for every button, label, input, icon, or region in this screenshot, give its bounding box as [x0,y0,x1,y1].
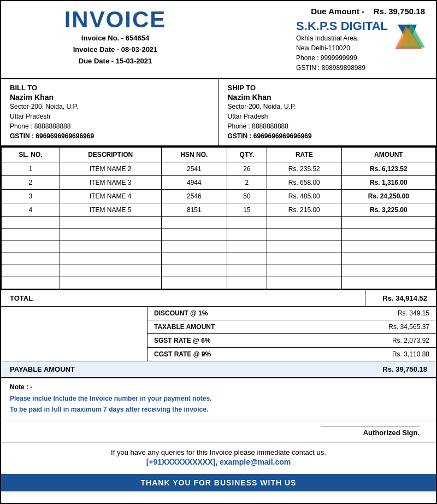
due-date: 15-03-2021 [116,57,152,65]
table-row-empty [2,277,436,289]
company-gstin-label: GSTIN : [296,64,320,72]
due-date-label: Due Date - [79,57,114,65]
col-header-amount: AMOUNT [341,147,435,162]
table-row-empty [2,217,436,229]
sgst-value: Rs. 2,073.92 [392,337,429,344]
ship-to-gstin-label: GSTIN : [228,132,252,140]
ship-to-section: SHIP TO Nazim Khan Sector-200, Noida, U.… [219,79,436,145]
table-row-empty [2,241,436,253]
ship-to-address1: Sector-200, Noida, U.P. [228,103,296,110]
due-amount-value: Rs. 39,750.18 [374,7,425,16]
summary-blank [1,307,147,361]
cell-rate: Rs. 658.00 [267,176,341,190]
cell-hsn: 2546 [161,190,227,203]
bill-to-details: Sector-200, Noida, U.P. Uttar Pradesh Ph… [10,102,210,141]
ship-to-gstin: 6969696969696969 [253,132,312,140]
ship-to-name: Nazim Khan [228,93,428,102]
cell-rate: Rs. 485.00 [267,190,341,203]
col-header-qty: QTY. [227,147,267,162]
payable-row: PAYABLE AMOUNT Rs. 39,750.18 [1,361,436,378]
company-phone: 9999999999 [321,54,357,62]
contact-text: [+91XXXXXXXXXX], example@mail.com [10,458,427,466]
company-phone-label: Phone : [296,54,318,62]
cell-qty: 15 [227,203,267,217]
ship-to-label: SHIP TO [228,84,428,92]
sign-section: Authorized Sign. [1,420,436,443]
col-header-desc: DESCRIPTION [60,147,161,162]
cell-sl: 2 [2,176,60,190]
company-logo [392,19,425,52]
company-gstin: 898989898989 [322,64,365,72]
note-text: Please inclue Include the Invoice number… [10,393,427,415]
cell-amount: Rs. 6,123.52 [341,162,435,176]
cell-sl: 1 [2,162,60,176]
total-row: TOTAL Rs. 34,914.52 [1,289,436,307]
bill-to-section: BILL TO Nazim Khan Sector-200, Noida, U.… [1,79,219,145]
bill-to-address2: Uttar Pradesh [10,113,50,120]
thankyou-bar: THANK YOU FOR BUSINESS WITH US [1,474,436,491]
cell-hsn: 8151 [161,203,227,217]
col-header-hsn: HSN NO. [161,147,227,162]
ship-to-details: Sector-200, Noida, U.P. Uttar Pradesh Ph… [228,102,428,141]
bill-ship-section: BILL TO Nazim Khan Sector-200, Noida, U.… [1,79,436,146]
table-row: 4 ITEM NAME 5 8151 15 Rs. 215.00 Rs. 3,2… [2,203,436,217]
note-line2: To be paid in full in maximum 7 days aft… [10,404,427,415]
cgst-value: Rs. 3,110.88 [392,350,429,358]
cell-desc: ITEM NAME 2 [60,162,161,176]
total-label: TOTAL [1,290,365,306]
ship-to-address2: Uttar Pradesh [228,113,268,120]
taxable-value: Rs. 34,565.37 [388,323,429,331]
taxable-row: TAXABLE AMOUNT Rs. 34,565.37 [147,320,436,334]
cell-sl: 4 [2,203,60,217]
discount-value: Rs. 349.15 [398,309,429,317]
cell-qty: 2 [227,176,267,190]
cell-sl: 3 [2,190,60,203]
due-amount-label: Due Amount - [311,7,364,16]
cell-desc: ITEM NAME 4 [60,190,161,203]
cell-amount: Rs. 24,250.00 [341,190,435,203]
company-name: S.K.P.S DIGITAL [296,19,388,33]
cell-hsn: 4944 [161,176,227,190]
cell-amount: Rs. 3,225.00 [341,203,435,217]
discount-label: DISCOUNT @ 1% [154,309,208,317]
bill-to-phone-label: Phone : [10,122,32,130]
query-text: If you have any queries for this Invoice… [10,448,427,456]
company-address1: Okhla Industrial Area, [296,34,359,42]
invoice-title: INVOICE [12,7,218,33]
bill-to-label: BILL TO [10,84,210,92]
ship-to-phone: 8888888888 [252,122,288,130]
cgst-label: CGST RATE @ 9% [154,350,211,358]
cell-desc: ITEM NAME 3 [60,176,161,190]
cell-amount: Rs. 1,316.00 [341,176,435,190]
bill-to-gstin: 6969696969696969 [36,132,94,140]
bill-to-address1: Sector-200, Noida, U.P. [10,103,78,110]
taxable-label: TAXABLE AMOUNT [154,323,215,331]
sgst-label: SGST RATE @ 6% [154,337,211,344]
cell-rate: Rs. 215.00 [267,203,341,217]
invoice-table: SL. NO. DESCRIPTION HSN NO. QTY. RATE AM… [1,146,436,289]
cell-rate: Rs. 235.52 [267,162,341,176]
sgst-row: SGST RATE @ 6% Rs. 2,073.92 [147,334,436,348]
company-details: Okhla Industrial Area, New Delhi-110020 … [296,33,388,73]
col-header-rate: RATE [267,147,341,162]
table-row-empty [2,229,436,241]
total-amount: Rs. 34,914.52 [365,290,436,306]
table-row-empty [2,253,436,265]
cell-desc: ITEM NAME 5 [60,203,161,217]
table-row: 1 ITEM NAME 2 2541 26 Rs. 235.52 Rs. 6,1… [2,162,436,176]
bill-to-gstin-label: GSTIN : [10,132,34,140]
invoice-no: 654654 [126,34,149,42]
ship-to-phone-label: Phone : [228,122,250,130]
payable-amount: Rs. 39,750.18 [365,361,436,377]
note-label: Note : - [10,383,32,391]
company-address2: New Delhi-110020 [296,44,350,52]
table-row: 2 ITEM NAME 3 4944 2 Rs. 658.00 Rs. 1,31… [2,176,436,190]
bill-to-name: Nazim Khan [10,93,210,102]
invoice-date-label: Invoice Date - [73,45,120,54]
col-header-sl: SL. NO. [2,147,60,162]
table-row-empty [2,265,436,277]
query-section: If you have any queries for this Invoice… [1,443,436,468]
cell-qty: 50 [227,190,267,203]
note-line1: Please inclue Include the Invoice number… [10,393,427,404]
invoice-meta: Invoice No. - 654654 Invoice Date - 08-0… [12,33,218,67]
